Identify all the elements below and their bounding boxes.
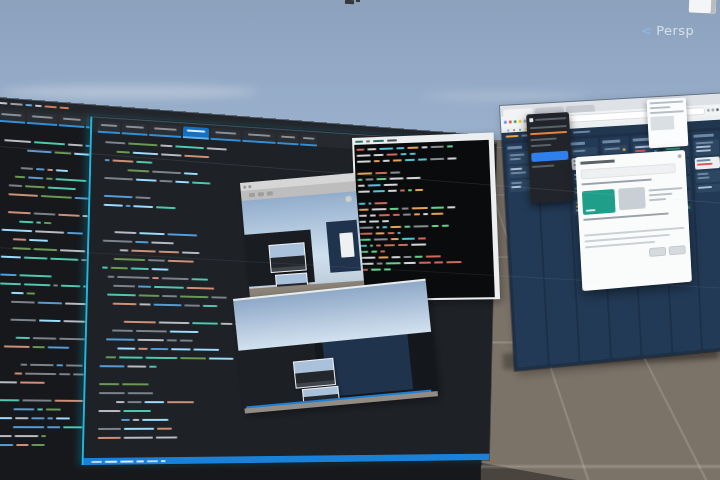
close-icon[interactable] [678, 154, 682, 158]
modal-dialog[interactable] [575, 150, 692, 291]
text-dash [15, 175, 25, 178]
toolbar-button[interactable] [258, 192, 264, 197]
favicon-dot[interactable] [707, 109, 710, 112]
modal-confirm-button[interactable] [669, 245, 686, 255]
card-badge-icon [623, 148, 626, 151]
modal-input[interactable] [581, 163, 676, 179]
mini-modal [339, 232, 355, 257]
text-dash [128, 169, 150, 172]
text-dash [111, 266, 128, 269]
card-text [604, 147, 620, 150]
text-dash [373, 139, 384, 141]
text-dash [220, 322, 233, 324]
color-swatch-selected[interactable] [582, 189, 616, 215]
card-text [696, 141, 713, 144]
editor-tab[interactable] [0, 110, 25, 124]
editor-tab[interactable] [183, 126, 209, 139]
popup-card[interactable] [647, 97, 689, 148]
code-line [96, 431, 487, 442]
view-gizmo-label[interactable]: <Persp [641, 23, 694, 38]
modal-buttons [649, 245, 686, 257]
browser-board-panel[interactable] [500, 94, 720, 371]
text-dash [11, 291, 23, 293]
text-dash [56, 169, 68, 172]
text-dash [27, 149, 52, 153]
text-dash [138, 347, 148, 349]
swatch-labels [648, 184, 682, 201]
editor-tab[interactable] [300, 134, 317, 146]
board-card[interactable] [695, 156, 720, 169]
board-card[interactable] [694, 139, 719, 156]
card-text [698, 186, 711, 189]
favicon-dot[interactable] [519, 120, 522, 123]
modal-text [649, 187, 683, 191]
text-dash [383, 184, 397, 186]
text-dash [113, 302, 136, 305]
menu-item[interactable] [530, 138, 556, 142]
text-dash [37, 221, 42, 223]
editor-tab[interactable] [149, 124, 181, 138]
favicon-dot[interactable] [711, 108, 714, 111]
editor-tab[interactable] [59, 114, 85, 128]
toolbar-button[interactable] [267, 191, 273, 196]
favicon-dot[interactable] [509, 120, 512, 123]
text-dash [58, 213, 80, 216]
text-dash [29, 238, 48, 241]
text-dash [368, 202, 372, 204]
text-dash [117, 150, 130, 153]
text-dash [41, 195, 72, 199]
text-dash [421, 146, 427, 148]
text-dash [21, 363, 28, 365]
menu-item-highlight[interactable] [530, 131, 567, 135]
text-dash [184, 304, 201, 306]
unity-scene-viewport[interactable]: <Persp [0, 0, 720, 480]
nested-screenshot-panel[interactable] [233, 279, 438, 414]
primary-action-button[interactable] [531, 151, 568, 162]
toolbar-button[interactable] [249, 193, 255, 198]
editor-tab[interactable] [27, 112, 58, 126]
text-dash [65, 302, 87, 305]
text-dash [68, 143, 82, 146]
editor-tab[interactable] [122, 122, 148, 135]
text-dash [67, 231, 83, 234]
editor-tab[interactable] [98, 121, 120, 134]
favicon-dot[interactable] [716, 108, 719, 111]
terminal-panel[interactable] [352, 133, 500, 302]
context-menu[interactable] [526, 112, 574, 204]
favicon-dot[interactable] [507, 129, 509, 131]
text-dash [387, 232, 395, 234]
text-dash [99, 392, 125, 394]
favicon-dot[interactable] [514, 120, 517, 123]
nested-editor-window[interactable] [240, 173, 365, 301]
editor-tab[interactable] [211, 128, 241, 142]
menu-item[interactable] [532, 165, 554, 168]
menu-item[interactable] [530, 125, 567, 129]
menu-item[interactable] [531, 144, 551, 147]
distant-object [356, 0, 360, 2]
editor-tab[interactable] [277, 133, 298, 146]
favicon-dot[interactable] [513, 129, 515, 131]
color-swatch[interactable] [618, 187, 646, 210]
editor-tab[interactable] [242, 130, 275, 144]
window-control-icon[interactable] [243, 185, 246, 188]
text-dash [192, 181, 210, 184]
favicon-dot[interactable] [519, 128, 521, 130]
modal-cancel-button[interactable] [649, 247, 666, 257]
favicon-dot[interactable] [504, 121, 507, 124]
text-dash [384, 268, 391, 270]
card-text [697, 163, 712, 166]
text-dash [359, 221, 366, 223]
text-dash [180, 357, 206, 359]
board-card[interactable] [697, 183, 720, 192]
text-dash [393, 214, 400, 216]
text-dash [35, 104, 42, 106]
text-dash [56, 417, 70, 419]
card-text [510, 158, 521, 161]
board-card[interactable] [696, 170, 720, 183]
text-dash [431, 213, 444, 215]
card-text [511, 182, 522, 185]
text-dash [379, 214, 390, 216]
window-control-icon[interactable] [248, 185, 251, 188]
text-dash [400, 153, 406, 155]
text-dash [66, 364, 83, 366]
